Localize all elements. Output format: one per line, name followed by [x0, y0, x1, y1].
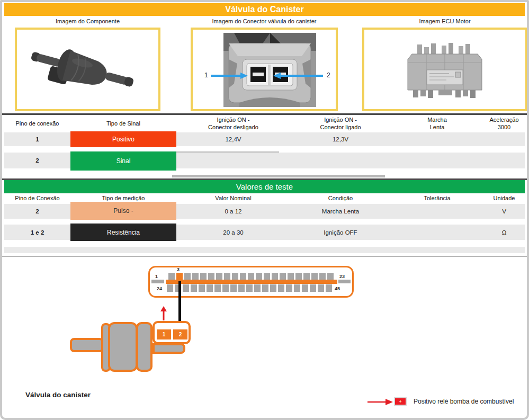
scan-artifact-bar — [172, 175, 385, 177]
ecu-pin — [280, 273, 286, 280]
ecu-pin — [303, 273, 310, 280]
signal-wire — [178, 281, 181, 321]
signal-type-cell: Positivo — [70, 132, 176, 146]
col-header: Unidade — [483, 194, 525, 203]
status-badge: Positivo — [70, 131, 176, 147]
ecu-pin — [224, 273, 230, 280]
canister-valve-diagnostic-sheet: Válvula do Canister Imagem do Componente… — [0, 0, 529, 420]
ecu-pin-3 — [176, 273, 183, 280]
unit-cell: Ω — [483, 225, 525, 240]
connector-pin2-label: 2 — [327, 72, 330, 79]
valve-ring — [136, 322, 153, 372]
ecu-pin — [232, 273, 238, 280]
pin-cell: 1 — [4, 132, 70, 146]
ecu-pin — [272, 273, 278, 280]
legend-text: Positivo relé bomba de combustível — [414, 398, 514, 405]
valve-pin-1: 1 — [157, 329, 171, 339]
value-cell — [176, 153, 290, 168]
positive-symbol-badge: + — [394, 397, 407, 406]
ecu-pin — [288, 273, 294, 280]
separator — [2, 256, 527, 257]
component-image — [15, 28, 160, 111]
ecu-pin — [214, 284, 221, 292]
ecu-pin — [168, 273, 175, 280]
page-title: Válvula do Canister — [4, 3, 525, 16]
ecu-pin24-label: 24 — [157, 286, 162, 291]
ecu-top-pins — [168, 273, 334, 280]
ecu-pin — [183, 284, 189, 292]
ecu-pin — [216, 273, 222, 280]
pin-cell: 1 e 2 — [4, 225, 70, 240]
ecu-pin — [222, 284, 229, 292]
ecu-highlight-bar — [166, 280, 337, 284]
ecu-pin — [248, 273, 254, 280]
value-cell: 20 a 30 — [176, 225, 290, 240]
col-header: Ignição ON - Conector ligado — [290, 116, 391, 131]
empty-row — [4, 247, 525, 253]
ecu-pin — [262, 284, 268, 292]
ecu-pin — [184, 273, 191, 280]
table-row: 1 Positivo 12,4V 12,3V — [4, 132, 525, 146]
col-header: Valor Nominal — [176, 194, 290, 203]
positive-arrow-icon — [159, 306, 168, 320]
measurement-type-cell: Pulso - — [70, 204, 176, 219]
col-header: Condição — [290, 194, 391, 203]
table-row: 2 Sinal — [4, 153, 525, 168]
col-header: Tipo de Sinal — [70, 116, 176, 131]
legend-arrow-icon — [367, 398, 393, 406]
ecu-pin — [310, 284, 316, 292]
pin1-arrow-icon — [211, 73, 248, 79]
canister-valve-photo — [17, 30, 158, 109]
ecu-photo — [364, 30, 525, 109]
ecu-pin — [191, 284, 197, 292]
value-cell: 0 a 12 — [176, 204, 290, 219]
ecu-pin45-label: 45 — [335, 286, 340, 291]
signal-type-cell: Sinal — [70, 153, 176, 168]
status-badge: Pulso - — [70, 202, 176, 220]
col-header: Pino de conexão — [4, 116, 70, 131]
table-row: 1 e 2 Resistência 20 a 30 Ignição OFF Ω — [4, 225, 525, 240]
component-image-caption: Imagem do Componente — [15, 18, 160, 26]
ecu-pin — [278, 284, 284, 292]
col-header: Ignição ON - Conector desligado — [176, 116, 290, 131]
pin2-arrow-icon — [272, 73, 323, 79]
col-header: Marcha Lenta — [391, 116, 483, 131]
value-cell: Ignição OFF — [290, 225, 391, 240]
unit-cell: V — [483, 204, 525, 219]
ecu-pin — [207, 284, 213, 292]
ecu-image — [362, 28, 527, 111]
connector-image: 1 2 — [191, 28, 338, 111]
valve-pin-2: 2 — [173, 329, 187, 339]
ecu-pin — [199, 284, 205, 292]
ecu-pin — [286, 284, 292, 292]
value-cell — [391, 153, 483, 168]
ecu-pin — [167, 284, 173, 292]
valve-diagram-label: Válvula do canister — [25, 391, 91, 399]
ecu-bottom-pins — [167, 284, 332, 292]
ecu-pin — [238, 284, 245, 292]
connector-image-caption: Imagem do Conector válvula do canister — [191, 18, 338, 26]
ecu-pin — [246, 284, 253, 292]
ecu-pin — [319, 273, 326, 280]
ecu-pin — [318, 284, 324, 292]
ecu-pin — [326, 284, 332, 292]
ecu-pin1-label: 1 — [155, 274, 158, 279]
valve-body — [108, 322, 138, 372]
value-cell — [483, 132, 525, 146]
ecu-pin — [200, 273, 207, 280]
measurement-type-cell: Resistência — [70, 225, 176, 240]
valve-right-pipe — [153, 343, 185, 354]
connector-photo — [223, 33, 316, 107]
value-cell: Marcha Lenta — [290, 204, 391, 219]
value-cell: 12,3V — [290, 132, 391, 146]
ecu-pin — [264, 273, 270, 280]
ecu-pin — [256, 273, 262, 280]
test-values-title: Valores de teste — [4, 180, 525, 193]
col-header: Tolerância — [391, 194, 483, 203]
ecu-pin1-pad — [151, 280, 164, 283]
ecu-pin — [327, 273, 334, 280]
pin-cell: 2 — [4, 204, 70, 219]
valve-connector: 1 2 — [153, 321, 191, 344]
ecu-pin — [254, 284, 261, 292]
value-cell — [290, 153, 391, 168]
